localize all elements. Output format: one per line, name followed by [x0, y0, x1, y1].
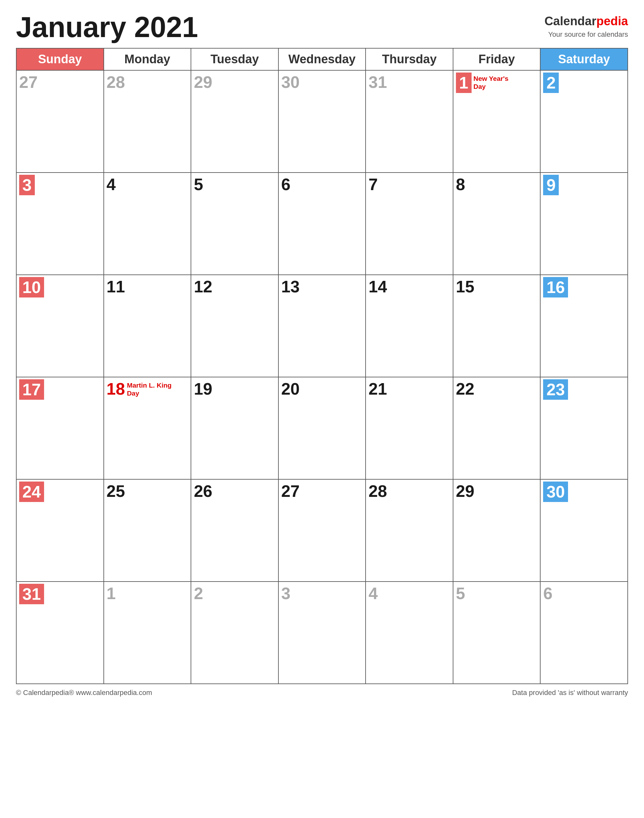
- day-cell-5-1: 1: [104, 581, 191, 684]
- day-number: 3: [19, 175, 35, 195]
- day-cell-2-2: 12: [191, 275, 278, 377]
- calendar-table: Sunday Monday Tuesday Wednesday Thursday…: [16, 48, 628, 684]
- day-cell-4-3: 27: [278, 479, 366, 581]
- day-cell-0-6: 2: [540, 70, 628, 172]
- day-number: 2: [543, 72, 559, 93]
- day-number: 30: [281, 72, 300, 92]
- day-cell-1-6: 9: [540, 172, 628, 275]
- weekday-header-row: Sunday Monday Tuesday Wednesday Thursday…: [16, 48, 628, 70]
- day-number: 31: [19, 584, 44, 604]
- day-cell-2-5: 15: [453, 275, 541, 377]
- holiday-label: Martin L. King Day: [127, 381, 175, 397]
- day-cell-4-6: 30: [540, 479, 628, 581]
- day-number: 9: [543, 175, 559, 195]
- day-number: 22: [456, 379, 474, 398]
- day-cell-4-4: 28: [366, 479, 453, 581]
- day-cell-3-1: 18Martin L. King Day: [104, 377, 191, 479]
- day-cell-4-5: 29: [453, 479, 541, 581]
- day-cell-0-4: 31: [366, 70, 453, 172]
- day-cell-0-3: 30: [278, 70, 366, 172]
- day-cell-0-1: 28: [104, 70, 191, 172]
- header-tuesday: Tuesday: [191, 48, 278, 70]
- day-cell-5-4: 4: [366, 581, 453, 684]
- week-row-1: 27282930311New Year's Day2: [16, 70, 628, 172]
- header-monday: Monday: [104, 48, 191, 70]
- brand-name: Calendarpedia: [544, 13, 628, 30]
- day-number: 20: [281, 379, 300, 398]
- day-number: 31: [368, 72, 387, 92]
- day-cell-4-1: 25: [104, 479, 191, 581]
- day-cell-5-2: 2: [191, 581, 278, 684]
- day-number: 4: [368, 584, 378, 603]
- brand-logo: Calendarpedia Your source for calendars: [544, 13, 628, 40]
- page-header: January 2021 Calendarpedia Your source f…: [16, 13, 628, 42]
- day-number: 29: [456, 481, 474, 501]
- week-row-5: 24252627282930: [16, 479, 628, 581]
- day-number: 13: [281, 277, 300, 296]
- day-number: 16: [543, 277, 568, 297]
- day-cell-1-4: 7: [366, 172, 453, 275]
- header-thursday: Thursday: [366, 48, 453, 70]
- day-cell-2-4: 14: [366, 275, 453, 377]
- day-number: 4: [107, 175, 116, 194]
- day-cell-1-2: 5: [191, 172, 278, 275]
- day-number: 27: [19, 72, 38, 92]
- brand-italic: pedia: [596, 14, 628, 28]
- day-cell-2-3: 13: [278, 275, 366, 377]
- day-number: 19: [194, 379, 212, 398]
- day-cell-3-5: 22: [453, 377, 541, 479]
- week-row-4: 1718Martin L. King Day1920212223: [16, 377, 628, 479]
- header-wednesday: Wednesday: [278, 48, 366, 70]
- footer-left: © Calendarpedia® www.calendarpedia.com: [16, 689, 152, 697]
- day-number: 5: [194, 175, 203, 194]
- day-number: 21: [368, 379, 387, 398]
- page-footer: © Calendarpedia® www.calendarpedia.com D…: [16, 689, 628, 697]
- day-cell-0-2: 29: [191, 70, 278, 172]
- day-number: 24: [19, 481, 44, 502]
- day-number: 3: [281, 584, 291, 603]
- day-cell-5-3: 3: [278, 581, 366, 684]
- day-number: 27: [281, 481, 300, 501]
- day-number: 23: [543, 379, 568, 400]
- day-number: 25: [107, 481, 125, 501]
- day-cell-1-1: 4: [104, 172, 191, 275]
- day-number: 1: [456, 72, 472, 93]
- day-number: 6: [543, 584, 552, 603]
- week-row-2: 3456789: [16, 172, 628, 275]
- day-cell-0-0: 27: [16, 70, 104, 172]
- day-number: 2: [194, 584, 203, 603]
- day-number: 30: [543, 481, 568, 502]
- day-number: 11: [107, 277, 125, 296]
- day-cell-4-2: 26: [191, 479, 278, 581]
- week-row-6: 31123456: [16, 581, 628, 684]
- week-row-3: 10111213141516: [16, 275, 628, 377]
- day-number: 29: [194, 72, 212, 92]
- day-number: 8: [456, 175, 465, 194]
- day-number: 15: [456, 277, 474, 296]
- day-number: 14: [368, 277, 387, 296]
- header-friday: Friday: [453, 48, 541, 70]
- day-number: 26: [194, 481, 212, 501]
- day-number: 5: [456, 584, 465, 603]
- day-cell-3-0: 17: [16, 377, 104, 479]
- day-number: 18: [107, 379, 125, 398]
- day-cell-3-2: 19: [191, 377, 278, 479]
- day-number: 6: [281, 175, 291, 194]
- day-cell-3-6: 23: [540, 377, 628, 479]
- day-number: 28: [107, 72, 125, 92]
- day-number: 10: [19, 277, 44, 297]
- day-cell-5-0: 31: [16, 581, 104, 684]
- day-cell-3-4: 21: [366, 377, 453, 479]
- day-cell-2-1: 11: [104, 275, 191, 377]
- holiday-label: New Year's Day: [474, 74, 521, 91]
- day-cell-1-0: 3: [16, 172, 104, 275]
- day-number: 17: [19, 379, 44, 400]
- day-cell-1-3: 6: [278, 172, 366, 275]
- day-cell-3-3: 20: [278, 377, 366, 479]
- header-saturday: Saturday: [540, 48, 628, 70]
- day-number: 1: [107, 584, 116, 603]
- day-cell-2-0: 10: [16, 275, 104, 377]
- footer-right: Data provided 'as is' without warranty: [512, 689, 628, 697]
- month-title: January 2021: [16, 13, 198, 42]
- day-cell-2-6: 16: [540, 275, 628, 377]
